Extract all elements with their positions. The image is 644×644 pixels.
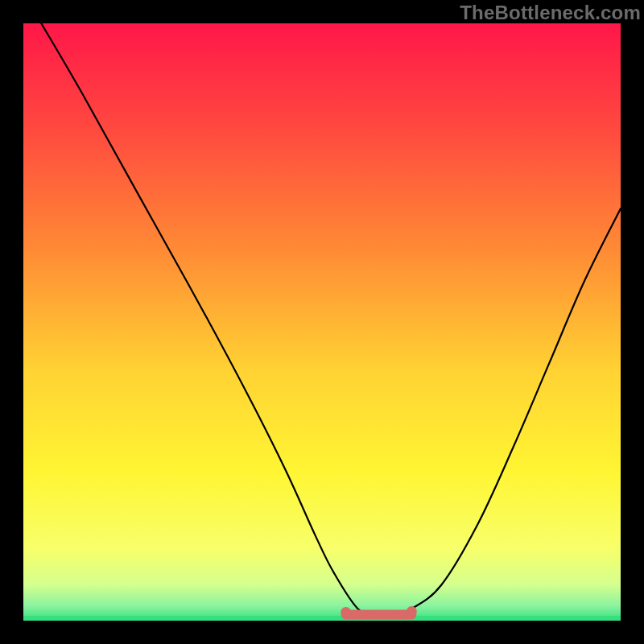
optimal-zone-end-dot [407,606,417,617]
chart-background [23,23,621,621]
bottom-band [23,616,621,621]
optimal-zone-mid-dot [363,612,371,620]
bottleneck-chart [23,23,621,621]
watermark-text: TheBottleneck.com [460,2,641,24]
chart-frame [23,23,621,621]
optimal-zone-start-dot [341,607,351,617]
